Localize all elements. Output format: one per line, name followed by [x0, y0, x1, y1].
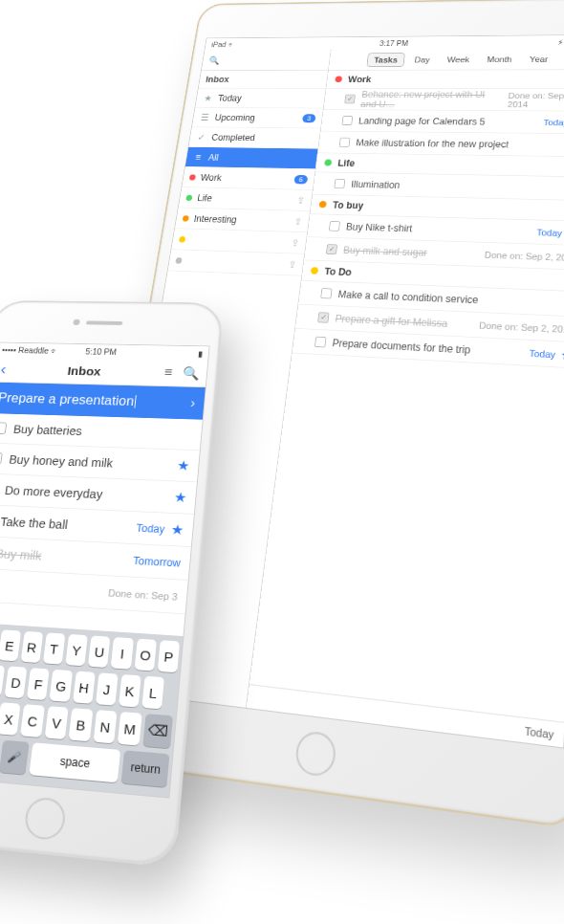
key-c[interactable]: C	[20, 704, 44, 737]
star-icon[interactable]: ★	[560, 347, 564, 362]
task-label: Buy honey and milk	[9, 452, 114, 470]
key-e[interactable]: E	[0, 629, 21, 661]
sidebar-item-Work[interactable]: Work6	[182, 167, 315, 190]
task-row[interactable]: ✓Behance: new project with UI and U…Done…	[324, 89, 564, 112]
key-l[interactable]: L	[141, 676, 164, 710]
key-return[interactable]: return	[121, 750, 169, 787]
sidebar-item-label: Interesting	[193, 213, 237, 225]
group-title: To Do	[324, 266, 352, 278]
group-header[interactable]: Work	[326, 70, 564, 89]
key-i[interactable]: I	[111, 637, 134, 670]
ipad-home-button[interactable]	[293, 730, 337, 779]
task-row[interactable]: Landing page for Calendars 5Today★	[321, 110, 564, 134]
group-color-dot	[319, 201, 327, 208]
sidebar-item-label: Upcoming	[214, 113, 256, 123]
task-label: Buy batteries	[12, 423, 82, 438]
back-button[interactable]: ‹	[0, 361, 8, 378]
key-g[interactable]: G	[50, 670, 73, 702]
key-d[interactable]: D	[5, 666, 28, 698]
key-k[interactable]: K	[119, 674, 141, 708]
due-today: Today	[136, 521, 165, 535]
segment-year[interactable]: Year	[522, 52, 555, 66]
segment-day[interactable]: Day	[407, 53, 438, 67]
sidebar-icon: ★	[202, 93, 213, 102]
segment-tasks[interactable]: Tasks	[366, 53, 405, 67]
task-label: Take the ball	[0, 515, 69, 531]
speaker	[86, 320, 122, 324]
key-f[interactable]: F	[27, 668, 50, 700]
task-label: Prepare a gift for Melissa	[335, 313, 448, 329]
sidebar-item-label: Today	[217, 93, 242, 102]
task-label: Do more everyday	[4, 483, 103, 500]
star-icon[interactable]: ★	[170, 521, 184, 539]
checkbox[interactable]	[342, 116, 354, 125]
star-icon[interactable]: ★	[173, 489, 187, 505]
key-o[interactable]: O	[134, 639, 157, 671]
iphone-home-button[interactable]	[23, 796, 67, 841]
key-x[interactable]: X	[0, 702, 21, 736]
sidebar-item-list[interactable]: ⇪	[168, 250, 305, 276]
share-icon[interactable]: ⇪	[291, 237, 300, 249]
count-badge: 6	[293, 175, 308, 185]
checkbox[interactable]: ✓	[326, 244, 337, 254]
sidebar-item-Upcoming[interactable]: ☰Upcoming3	[192, 108, 323, 129]
key-t[interactable]: T	[43, 632, 66, 664]
key-mic[interactable]: 🎤	[0, 740, 30, 775]
sidebar-item-label: All	[207, 152, 219, 163]
iphone-device: ••••• Readdle ᯤ 5:10 PM ▮ ‹ Inbox ≡ 🔍 Pr…	[0, 300, 224, 868]
segment-week[interactable]: Week	[440, 52, 478, 66]
checkbox[interactable]	[339, 138, 351, 147]
key-p[interactable]: P	[158, 640, 181, 672]
checkbox[interactable]	[329, 221, 340, 231]
task-label: Prepare documents for the trip	[332, 337, 470, 356]
task-label: Illumination	[351, 179, 401, 190]
key-v[interactable]: V	[44, 706, 68, 739]
segment-month[interactable]: Month	[479, 52, 519, 66]
star-icon[interactable]: ★	[176, 457, 189, 473]
task-label: Buy Nike t-shirt	[345, 221, 412, 233]
chevron-right-icon[interactable]: ›	[190, 396, 196, 410]
task-label: Behance: new project with UI and U…	[360, 89, 503, 110]
search-icon: 🔍	[208, 55, 221, 65]
checkbox[interactable]: ✓	[344, 95, 356, 104]
search-bar[interactable]: 🔍	[202, 50, 331, 71]
menu-icon[interactable]: ≡	[163, 365, 173, 381]
key-y[interactable]: Y	[65, 634, 88, 666]
sidebar-icon: ≡	[192, 152, 205, 163]
key-b[interactable]: B	[69, 708, 93, 741]
key-m[interactable]: M	[118, 712, 141, 745]
sidebar-item-Today[interactable]: ★Today	[195, 89, 325, 109]
list-color-dot	[185, 194, 192, 200]
checkbox[interactable]: ✓	[317, 312, 329, 323]
checkbox[interactable]	[334, 179, 345, 188]
key-j[interactable]: J	[96, 672, 119, 705]
iphone-screen: ••••• Readdle ᯤ 5:10 PM ▮ ‹ Inbox ≡ 🔍 Pr…	[0, 342, 210, 799]
checkbox[interactable]	[0, 452, 3, 465]
sidebar-item-All[interactable]: ≡All	[185, 147, 318, 169]
sidebar-item-label: Completed	[211, 132, 256, 143]
key-delete[interactable]: ⌫	[142, 714, 173, 748]
front-camera	[73, 319, 80, 325]
share-icon[interactable]: ⇪	[293, 216, 303, 227]
checkbox[interactable]	[320, 288, 332, 298]
key-h[interactable]: H	[73, 671, 96, 704]
task-label: Landing page for Calendars 5	[358, 116, 486, 127]
checkbox[interactable]	[0, 422, 7, 434]
keyboard[interactable]: QWERTYUIOP ASDFGHJKL ⇧ZXCVBNM⌫ 123🌐🎤spac…	[0, 622, 184, 798]
key-u[interactable]: U	[88, 635, 111, 668]
share-icon[interactable]: ⇪	[296, 195, 306, 206]
search-icon[interactable]: 🔍	[182, 365, 200, 381]
checkbox[interactable]	[315, 337, 327, 348]
sidebar-icon: ✓	[195, 132, 207, 142]
key-n[interactable]: N	[93, 710, 117, 743]
group-title: Work	[348, 75, 372, 84]
group-color-dot	[311, 267, 319, 275]
key-space[interactable]: space	[30, 742, 121, 782]
key-r[interactable]: R	[20, 631, 43, 663]
share-icon[interactable]: ⇪	[288, 259, 297, 271]
sidebar-header: Inbox	[199, 71, 328, 89]
sidebar-item-Completed[interactable]: ✓Completed	[188, 127, 320, 148]
view-segmented-control[interactable]: TasksDayWeekMonthYear＋	[329, 48, 564, 70]
due-today: Today	[529, 347, 555, 359]
list-color-dot	[175, 257, 182, 264]
